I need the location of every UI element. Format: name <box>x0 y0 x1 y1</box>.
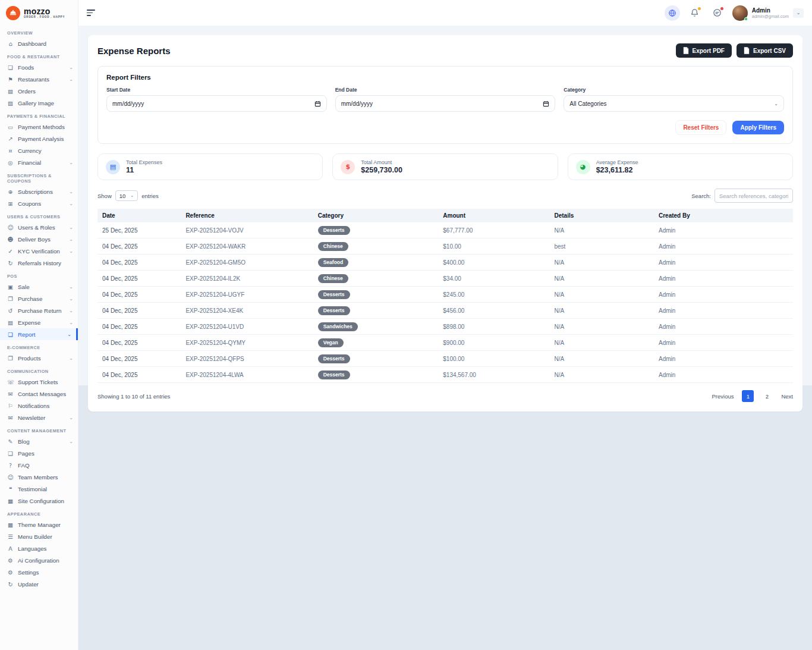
summary-value: 11 <box>126 166 162 174</box>
sidebar-item-products[interactable]: ❐Products⌄ <box>0 352 78 364</box>
sidebar-item-notifications[interactable]: ⚐Notifications <box>0 400 78 412</box>
table-row[interactable]: 04 Dec, 2025EXP-20251204-UGYFDesserts$24… <box>97 287 793 303</box>
sidebar-item-coupons[interactable]: ⊞Coupons⌄ <box>0 197 78 209</box>
column-amount[interactable]: Amount <box>438 209 549 222</box>
sidebar-item-newsletter[interactable]: ✉Newsletter⌄ <box>0 412 78 423</box>
column-details[interactable]: Details <box>549 209 654 222</box>
cell-date: 25 Dec, 2025 <box>97 222 181 238</box>
sidebar-item-blog[interactable]: ✎Blog⌄ <box>0 435 78 447</box>
sidebar-item-report[interactable]: ❏Report⌄ <box>0 328 78 340</box>
chevron-down-icon: ⌄ <box>69 439 73 444</box>
globe-icon <box>668 9 676 17</box>
page-1-button[interactable]: 1 <box>742 390 754 402</box>
coupons-icon: ⊞ <box>7 200 14 207</box>
sidebar-item-settings[interactable]: ⚙Settings <box>0 566 78 578</box>
cell-amount: $34.00 <box>438 271 549 287</box>
export-pdf-button[interactable]: Export PDF <box>676 43 732 58</box>
reset-filters-button[interactable]: Reset Filters <box>675 120 726 135</box>
sidebar-item-site-configuration[interactable]: ▦Site Configuration <box>0 495 78 507</box>
sidebar-item-referrals-history[interactable]: ↻Referrals History <box>0 257 78 269</box>
previous-page-button[interactable]: Previous <box>712 393 734 400</box>
file-csv-icon <box>744 47 750 54</box>
chevron-down-icon: ⌄ <box>69 249 73 254</box>
sidebar-item-label: Report <box>18 331 63 338</box>
table-row[interactable]: 25 Dec, 2025EXP-20251204-VOJVDesserts$67… <box>97 222 793 238</box>
user-menu[interactable]: Admin admin@gmail.com ⌄ <box>732 5 804 21</box>
sidebar-item-kyc-verification[interactable]: ✓KYC Verification⌄ <box>0 245 78 257</box>
cell-reference: EXP-20251204-QFPS <box>181 351 313 367</box>
sidebar-item-contact-messages[interactable]: ✉Contact Messages <box>0 388 78 400</box>
chevron-down-icon: ⌄ <box>774 101 778 106</box>
sidebar-item-languages[interactable]: ALanguages <box>0 542 78 554</box>
category-badge: Sandwiches <box>318 322 358 331</box>
cell-category: Desserts <box>313 303 439 319</box>
page-size-select[interactable]: 10 ⌄ <box>115 190 138 201</box>
sidebar-item-payment-methods[interactable]: ▭Payment Methods <box>0 121 78 133</box>
cell-category: Sandwiches <box>313 319 439 335</box>
column-created-by[interactable]: Created By <box>654 209 793 222</box>
apply-filters-button[interactable]: Apply Filters <box>732 121 784 134</box>
table-row[interactable]: 04 Dec, 2025EXP-20251204-XE4KDesserts$45… <box>97 303 793 319</box>
cell-reference: EXP-20251204-XE4K <box>181 303 313 319</box>
sidebar-item-faq[interactable]: ?FAQ <box>0 459 78 471</box>
start-date-label: Start Date <box>106 87 327 93</box>
export-csv-button[interactable]: Export CSV <box>737 43 793 58</box>
sidebar-item-updater[interactable]: ↻Updater <box>0 578 78 590</box>
sidebar-item-support-tickets[interactable]: ☏Support Tickets <box>0 376 78 388</box>
column-reference[interactable]: Reference <box>181 209 313 222</box>
sidebar-item-purchase[interactable]: ❐Purchase⌄ <box>0 293 78 304</box>
sidebar-item-purchase-return[interactable]: ↺Purchase Return⌄ <box>0 304 78 316</box>
sidebar-item-foods[interactable]: ❏Foods⌄ <box>0 61 78 73</box>
blog-icon: ✎ <box>7 438 14 445</box>
sidebar-item-payment-analysis[interactable]: ↗Payment Analysis <box>0 133 78 145</box>
table-row[interactable]: 04 Dec, 2025EXP-20251204-4LWADesserts$13… <box>97 367 793 383</box>
sidebar-item-restaurants[interactable]: ⚑Restaurants⌄ <box>0 73 78 85</box>
table-row[interactable]: 04 Dec, 2025EXP-20251204-U1VDSandwiches$… <box>97 319 793 335</box>
sidebar-item-pages[interactable]: ❏Pages <box>0 447 78 459</box>
language-globe-button[interactable] <box>665 5 680 21</box>
food-cloche-icon <box>9 9 17 17</box>
table-row[interactable]: 04 Dec, 2025EXP-20251204-QYMYVegan$900.0… <box>97 335 793 351</box>
sidebar-item-theme-manager[interactable]: ▩Theme Manager <box>0 519 78 530</box>
avatar <box>732 5 748 21</box>
sidebar-section-label: OVERVIEW <box>0 26 78 37</box>
notifications-button[interactable] <box>687 5 703 21</box>
sidebar-toggle-button[interactable] <box>87 8 96 18</box>
sidebar-item-menu-builder[interactable]: ☰Menu Builder <box>0 530 78 542</box>
sidebar-item-testimonial[interactable]: ❝Testimonial <box>0 483 78 495</box>
page-2-button[interactable]: 2 <box>761 390 773 402</box>
sidebar-item-financial[interactable]: ◎Financial⌄ <box>0 156 78 168</box>
column-date[interactable]: Date <box>97 209 181 222</box>
sidebar-item-dashboard[interactable]: ⌂Dashboard <box>0 37 78 49</box>
sidebar-item-orders[interactable]: ▤Orders <box>0 85 78 97</box>
cell-amount: $898.00 <box>438 319 549 335</box>
table-row[interactable]: 04 Dec, 2025EXP-20251204-GM5OSeafood$400… <box>97 255 793 271</box>
search-input[interactable] <box>715 189 793 203</box>
testimonial-icon: ❝ <box>7 486 14 492</box>
sidebar-item-currency[interactable]: ¤Currency <box>0 145 78 156</box>
column-category[interactable]: Category <box>313 209 439 222</box>
bell-icon: ⚐ <box>7 403 14 409</box>
table-row[interactable]: 04 Dec, 2025EXP-20251204-WAKRChinese$10.… <box>97 238 793 255</box>
next-page-button[interactable]: Next <box>781 393 793 400</box>
sidebar-item-ai-configuration[interactable]: ⚙Ai Configuration <box>0 554 78 566</box>
sidebar-item-label: Payment Analysis <box>18 136 73 142</box>
start-date-input[interactable]: mm/dd/yyyy <box>106 95 327 112</box>
category-select[interactable]: All Categories ⌄ <box>564 95 784 112</box>
cell-category: Chinese <box>313 238 439 255</box>
cell-created-by: Admin <box>654 367 793 383</box>
sidebar-item-team-members[interactable]: ☺Team Members <box>0 471 78 483</box>
sidebar-item-gallery-image[interactable]: ▨Gallery Image <box>0 97 78 109</box>
cell-date: 04 Dec, 2025 <box>97 287 181 303</box>
sidebar-item-subscriptions[interactable]: ⊕Subscriptions⌄ <box>0 186 78 197</box>
sidebar-item-users-roles[interactable]: ☺Users & Roles⌄ <box>0 221 78 233</box>
sidebar-item-expense[interactable]: ▤Expense⌄ <box>0 316 78 328</box>
sidebar-item-deliver-boys[interactable]: ☻Deliver Boys⌄ <box>0 233 78 245</box>
table-row[interactable]: 04 Dec, 2025EXP-20251204-IL2KChinese$34.… <box>97 271 793 287</box>
messages-button[interactable] <box>710 5 725 21</box>
chevron-down-icon: ⌄ <box>69 77 73 82</box>
brand-logo[interactable]: mozzo ORDER . FOOD . HAPPY <box>0 0 78 26</box>
end-date-input[interactable]: mm/dd/yyyy <box>335 95 556 112</box>
sidebar-item-sale[interactable]: ▣Sale⌄ <box>0 281 78 293</box>
table-row[interactable]: 04 Dec, 2025EXP-20251204-QFPSDesserts$10… <box>97 351 793 367</box>
